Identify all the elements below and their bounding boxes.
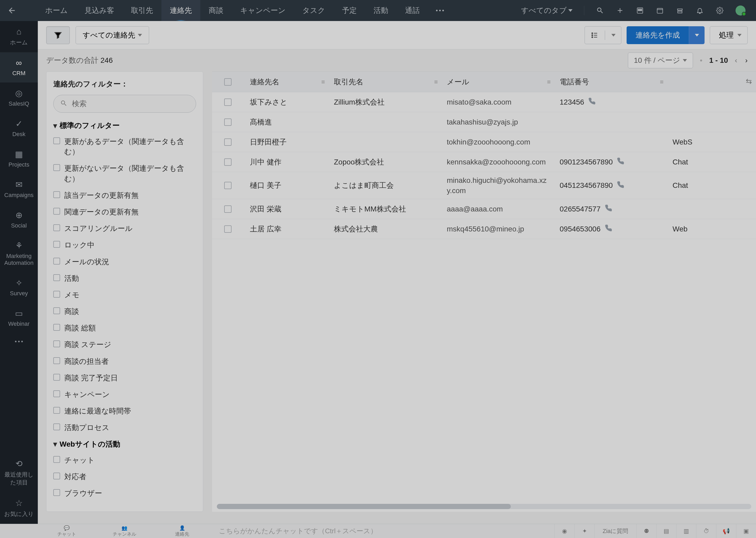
nav-desk[interactable]: ✓Desk	[0, 113, 38, 143]
col-contact-name[interactable]: 連絡先名≡	[244, 77, 328, 87]
filter-search-input[interactable]	[53, 95, 196, 113]
checkbox[interactable]	[53, 374, 60, 381]
table-row[interactable]: 樋口 美子よこはま町商工会minako.higuchi@yokohama.xzy…	[212, 172, 756, 199]
table-row[interactable]: 髙橋進takahashisu@zyajs.jp	[212, 112, 756, 132]
checkbox[interactable]	[53, 456, 60, 463]
filter-item[interactable]: 商談の担当者	[53, 356, 196, 366]
tabs-more-icon[interactable]	[428, 10, 452, 12]
nav-webinar[interactable]: ▭Webinar	[0, 303, 38, 333]
sticky-icon[interactable]: ▥	[676, 524, 696, 538]
horizontal-scrollbar[interactable]	[217, 504, 751, 509]
plus-icon[interactable]	[616, 6, 624, 15]
tab-活動[interactable]: 活動	[365, 0, 397, 21]
checkbox[interactable]	[53, 208, 60, 215]
avatar[interactable]	[735, 6, 745, 16]
zia-ask[interactable]: Ziaに質問	[594, 524, 636, 538]
filter-item[interactable]: 商談 総額	[53, 323, 196, 333]
nav-social[interactable]: ⊕Social	[0, 204, 38, 235]
col-account[interactable]: 取引先名≡	[328, 77, 441, 87]
row-checkbox[interactable]	[224, 119, 231, 126]
bot-icon[interactable]: ⚉	[636, 524, 656, 538]
filter-toggle-button[interactable]	[46, 26, 70, 44]
tab-商談[interactable]: 商談	[200, 0, 232, 21]
phone-icon[interactable]	[617, 181, 624, 190]
filter-item[interactable]: 商談 完了予定日	[53, 373, 196, 383]
filter-item[interactable]: スコアリングルール	[53, 223, 196, 234]
phone-icon[interactable]	[605, 224, 612, 234]
clipboard-icon[interactable]: ▤	[656, 524, 676, 538]
table-row[interactable]: 日野田橙子tokhin@zooohooong.comWebS	[212, 132, 756, 152]
checkbox[interactable]	[53, 423, 60, 430]
checkbox[interactable]	[53, 224, 60, 231]
filter-item[interactable]: 活動プロセス	[53, 422, 196, 433]
list-layout-button[interactable]	[585, 26, 621, 44]
table-row[interactable]: 沢田 栄蔵ミキモトMM株式会社aaaa@aaaa.com0265547577	[212, 199, 756, 219]
filter-item[interactable]: ブラウザー	[53, 488, 196, 498]
checkbox[interactable]	[53, 473, 60, 479]
nav-marketing[interactable]: ⚘Marketing Automation	[0, 235, 38, 272]
filter-item[interactable]: メモ	[53, 290, 196, 300]
tab-見込み客[interactable]: 見込み客	[76, 0, 122, 21]
filter-item[interactable]: 連絡に最適な時間帯	[53, 406, 196, 416]
record-icon[interactable]: ◉	[554, 524, 574, 538]
checkbox[interactable]	[53, 258, 60, 265]
row-checkbox[interactable]	[224, 205, 231, 213]
nav-projects[interactable]: ▦Projects	[0, 143, 38, 174]
bottom-tab-1[interactable]: 👥チャンネル	[96, 524, 153, 538]
recent-items[interactable]: ⟲最近使用した項目	[0, 453, 38, 492]
create-contact-button[interactable]: 連絡先を作成	[627, 26, 689, 44]
checkbox[interactable]	[53, 357, 60, 364]
timer-icon[interactable]: ⏱	[696, 524, 716, 538]
phone-icon[interactable]	[617, 157, 624, 167]
filter-section-web[interactable]: ▾Webサイトの活動	[53, 439, 196, 449]
filter-item[interactable]: メールの状況	[53, 257, 196, 267]
more-icon[interactable]	[0, 333, 38, 350]
checkbox[interactable]	[53, 191, 60, 198]
checkbox[interactable]	[53, 341, 60, 347]
column-settings-icon[interactable]: ⇆	[746, 77, 752, 86]
checkbox[interactable]	[53, 324, 60, 331]
favorites[interactable]: ☆お気に入り	[0, 492, 38, 524]
tab-予定[interactable]: 予定	[334, 0, 365, 21]
back-icon[interactable]	[5, 6, 19, 15]
row-checkbox[interactable]	[224, 158, 231, 166]
next-page-icon[interactable]: ›	[745, 56, 748, 65]
checkbox[interactable]	[53, 241, 60, 248]
filter-item[interactable]: 活動	[53, 273, 196, 284]
gear-icon[interactable]	[716, 6, 724, 15]
row-checkbox[interactable]	[224, 138, 231, 146]
filter-section-standard[interactable]: ▾標準のフィルター	[53, 121, 196, 131]
filter-item[interactable]: キャンペーン	[53, 389, 196, 400]
filter-item[interactable]: 更新があるデータ（関連データも含む）	[53, 136, 196, 157]
checkbox[interactable]	[53, 390, 60, 397]
marketplace-icon[interactable]	[676, 6, 684, 15]
chat-input-placeholder[interactable]: こちらがかんたんチャットです（Ctrl＋スペース）	[211, 526, 554, 536]
page-size-selector[interactable]: 10 件 / ページ	[628, 53, 693, 68]
checkbox[interactable]	[53, 164, 60, 171]
phone-icon[interactable]	[605, 204, 612, 214]
all-tabs-dropdown[interactable]: すべてのタブ	[521, 6, 573, 16]
checkbox[interactable]	[53, 274, 60, 281]
checkbox[interactable]	[53, 407, 60, 414]
filter-item[interactable]: 更新がないデータ（関連データも含む）	[53, 163, 196, 184]
tab-キャンペーン[interactable]: キャンペーン	[232, 0, 294, 21]
checkbox[interactable]	[53, 137, 60, 144]
filter-item[interactable]: 商談	[53, 306, 196, 317]
col-email[interactable]: メール≡	[441, 77, 553, 87]
announce-icon[interactable]: 📢	[716, 524, 736, 538]
nav-campaigns[interactable]: ✉Campaigns	[0, 174, 38, 204]
filter-item[interactable]: 商談 ステージ	[53, 340, 196, 350]
tools-icon[interactable]: ✦	[574, 524, 594, 538]
filter-item[interactable]: 関連データの更新有無	[53, 207, 196, 217]
briefcase-icon[interactable]: ▣	[736, 524, 756, 538]
select-all-checkbox[interactable]	[224, 78, 231, 86]
calendar-icon[interactable]	[656, 6, 664, 15]
nav-survey[interactable]: ✧Survey	[0, 272, 38, 303]
table-row[interactable]: 川中 健作Zopoo株式会社kennsakka@zooohooong.com09…	[212, 152, 756, 172]
tab-ホーム[interactable]: ホーム	[37, 0, 76, 21]
checkbox[interactable]	[53, 307, 60, 314]
row-checkbox[interactable]	[224, 182, 231, 189]
create-dropdown[interactable]	[689, 26, 705, 44]
row-checkbox[interactable]	[224, 98, 231, 106]
filter-item[interactable]: ロック中	[53, 240, 196, 250]
